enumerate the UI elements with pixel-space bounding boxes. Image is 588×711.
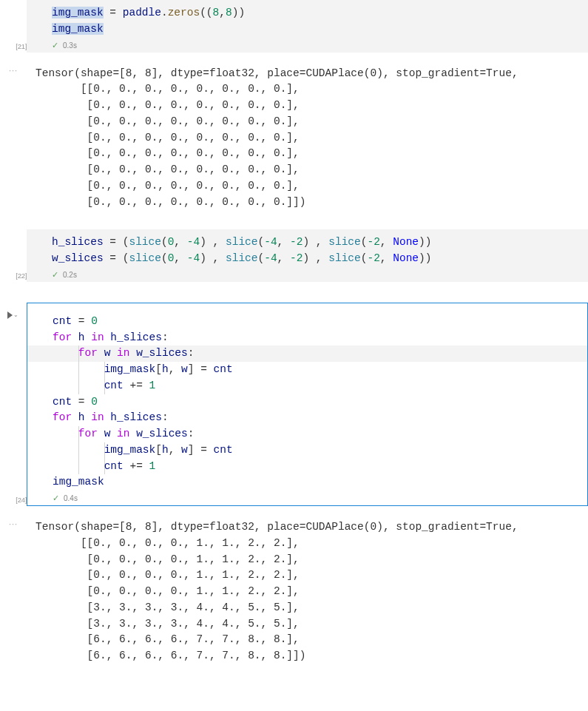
exec-count: [21] [0,42,27,50]
notebook-cell-active: ⌄ cnt = 0 for h in h_slices: for w in w_… [0,303,588,506]
code-token: h_slices [52,236,104,248]
code-token: -4 [264,252,277,264]
output-line: [0., 0., 0., 0., 0., 0., 0., 0.], [36,164,300,175]
code-token: ( [258,252,265,264]
output-block: ··· Tensor(shape=[8, 8], dtype=float32, … [0,58,588,218]
play-icon [7,311,13,319]
code-token: -2 [290,236,303,248]
code-token: : [188,428,195,439]
code-token: w [104,428,111,439]
output-line: [0., 0., 0., 0., 0., 0., 0., 0.], [36,115,300,127]
code-token: w_slices [136,428,188,439]
output-line: [0., 0., 0., 0., 0., 0., 0., 0.], [36,180,300,192]
code-token: img_mask [53,476,104,488]
code-token: ) , [303,236,328,248]
code-token: img_mask [104,363,156,375]
code-token: += [124,460,149,472]
code-token: ( [161,252,168,264]
code-token: None [393,236,419,248]
code-editor[interactable]: h_slices = (slice(0, -4) , slice(-4, -2)… [27,229,588,269]
output-line: [0., 0., 0., 0., 0., 0., 0., 0.]]) [36,196,305,208]
notebook-cell: h_slices = (slice(0, -4) , slice(-4, -2)… [0,229,588,282]
code-editor[interactable]: img_mask = paddle.zeros((8,8)) img_mask [27,0,588,39]
output-line: [0., 0., 0., 0., 0., 0., 0., 0.], [36,147,300,159]
code-token: h [162,444,169,456]
code-token: , [174,252,186,264]
cell-body: h_slices = (slice(0, -4) , slice(-4, -2)… [27,229,588,282]
code-token: : [188,347,195,359]
code-token: cnt [104,380,124,391]
code-token: , [174,236,186,248]
code-token: -4 [187,252,200,264]
code-token: slice [129,252,161,264]
status-bar: ✓ 0.2s [27,269,588,282]
output-block: ··· Tensor(shape=[8, 8], dtype=float32, … [0,512,588,672]
code-token: w_slices [52,252,104,264]
check-icon: ✓ [52,41,58,50]
output-line: [3., 3., 3., 3., 4., 4., 5., 5.], [36,618,300,630]
exec-count: [22] [0,272,27,280]
code-token: = ( [104,252,129,264]
output-line: [3., 3., 3., 3., 4., 4., 5., 5.], [36,602,300,613]
code-token: = ( [104,236,129,248]
code-token: cnt [214,363,233,375]
code-token: -2 [367,236,379,248]
exec-time: 0.3s [63,41,77,50]
code-token: : [162,331,169,343]
code-token: 8 [213,7,220,18]
run-cell-button[interactable]: ⌄ [3,307,22,323]
output-line: [6., 6., 6., 6., 7., 7., 8., 8.]]) [36,650,305,661]
code-token: 0 [91,396,98,408]
more-icon[interactable]: ··· [0,519,27,528]
chevron-down-icon: ⌄ [13,311,18,318]
cell-output: Tensor(shape=[8, 8], dtype=float32, plac… [27,58,588,218]
code-token: in [117,428,129,439]
code-token: h_slices [110,331,162,343]
code-token: = [72,315,91,327]
cell-body: cnt = 0 for h in h_slices: for w in w_sl… [27,303,588,506]
code-token: )) [232,7,245,18]
code-token: , [219,7,226,18]
code-token: , [169,363,181,375]
code-token: ) , [303,252,328,264]
code-token: = [72,396,91,408]
code-token: w [181,444,188,456]
code-token: )) [419,252,431,264]
code-token: , [277,252,290,264]
code-token: h [162,363,169,375]
code-token: h [78,331,85,343]
more-icon[interactable]: ··· [0,66,27,75]
code-token: ( [258,236,265,248]
code-token: (( [200,7,212,18]
code-token: in [117,347,129,359]
code-token: img_mask [52,7,104,18]
code-token: [ [155,444,162,456]
code-token: 8 [226,7,232,18]
code-token: -4 [264,236,277,248]
code-token: 1 [149,380,156,391]
code-token: -2 [367,252,379,264]
check-icon: ✓ [52,270,58,280]
code-token: ) , [200,252,226,264]
code-token: paddle [123,7,161,18]
status-bar: ✓ 0.3s [27,39,588,53]
code-token: 0 [91,315,98,327]
output-line: Tensor(shape=[8, 8], dtype=float32, plac… [36,67,518,79]
code-token: img_mask [52,23,104,35]
code-token: -4 [187,236,200,248]
code-token: : [162,411,169,423]
code-token: = [104,7,123,18]
code-token: img_mask [104,444,156,456]
code-token: , [380,236,393,248]
notebook-cell: img_mask = paddle.zeros((8,8)) img_mask … [0,0,588,53]
code-token: zeros [168,7,200,18]
exec-count: [24] [0,496,27,504]
code-token: for [78,428,98,439]
output-line: [0., 0., 0., 0., 1., 1., 2., 2.], [36,553,300,565]
cell-body: img_mask = paddle.zeros((8,8)) img_mask … [27,0,588,53]
output-line: [0., 0., 0., 0., 1., 1., 2., 2.], [36,585,300,597]
code-token: cnt [214,444,233,456]
code-token: = [194,444,213,456]
code-token: )) [419,236,431,248]
code-editor[interactable]: cnt = 0 for h in h_slices: for w in w_sl… [27,303,587,492]
